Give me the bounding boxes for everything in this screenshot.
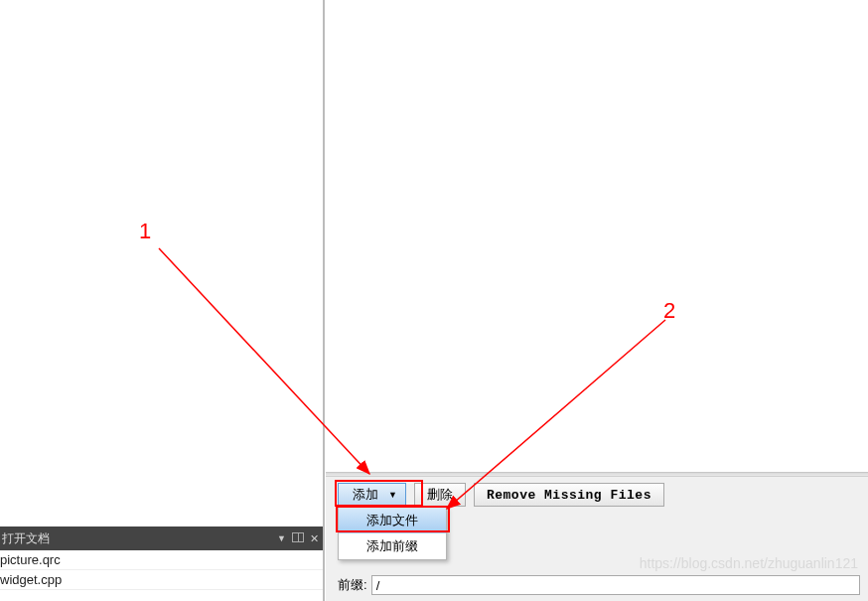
dropdown-icon[interactable]: ▼ [277, 533, 286, 543]
list-item[interactable]: widget.cpp [0, 570, 323, 590]
annotation-label-1: 1 [139, 219, 151, 244]
dropdown-add-file[interactable]: 添加文件 [339, 508, 446, 533]
resource-toolbar: 添加 ▼ 删除 Remove Missing Files 添加文件 添加前缀 前… [326, 472, 868, 601]
editor-area [326, 0, 868, 472]
remove-missing-button[interactable]: Remove Missing Files [474, 483, 664, 507]
panel-header-icons: ▼ ✕ [277, 532, 319, 545]
add-button[interactable]: 添加 ▼ [338, 483, 406, 507]
add-button-label: 添加 [353, 486, 378, 504]
add-dropdown-menu: 添加文件 添加前缀 [338, 507, 447, 560]
vertical-divider [323, 0, 325, 601]
annotation-label-2: 2 [663, 298, 675, 324]
delete-button[interactable]: 删除 [414, 483, 466, 507]
prefix-label: 前缀: [338, 576, 367, 594]
panel-header-title: 打开文档 [0, 530, 277, 547]
close-icon[interactable]: ✕ [310, 532, 319, 545]
list-item[interactable]: picture.qrc [0, 550, 323, 570]
prefix-input[interactable] [371, 575, 860, 595]
panel-header: 打开文档 ▼ ✕ [0, 526, 323, 550]
dropdown-arrow-icon: ▼ [388, 490, 397, 500]
file-list: picture.qrc widget.cpp [0, 550, 323, 590]
dropdown-add-prefix[interactable]: 添加前缀 [339, 533, 446, 559]
prefix-row: 前缀: [338, 575, 860, 595]
open-documents-panel: 打开文档 ▼ ✕ picture.qrc widget.cpp [0, 526, 323, 601]
button-row: 添加 ▼ 删除 Remove Missing Files [326, 477, 868, 507]
split-icon[interactable] [292, 532, 304, 544]
